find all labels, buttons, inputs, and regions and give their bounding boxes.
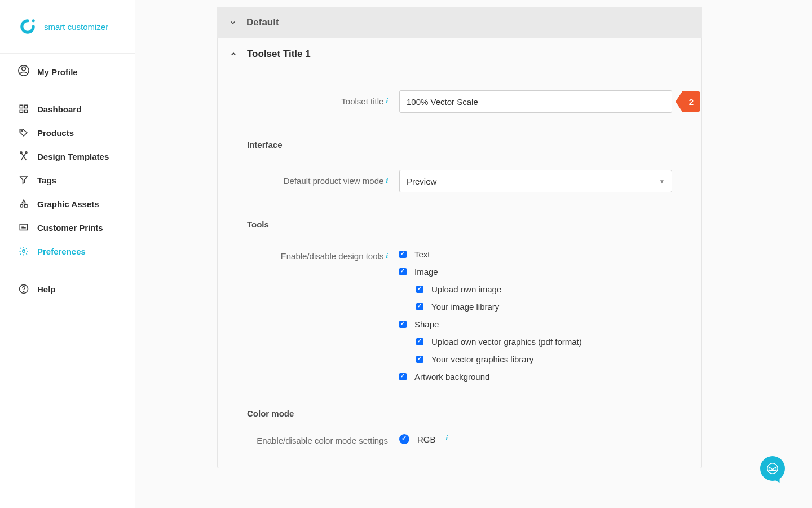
checkbox-label: Image [414,267,438,277]
svg-point-15 [23,291,24,292]
info-icon[interactable]: i [386,97,388,105]
help-icon [18,284,29,294]
sidebar-item-help[interactable]: Help [0,277,135,301]
sidebar: smart customizer My Profile Dashboard Pr… [0,0,135,508]
checkbox-upload-own-image[interactable]: Upload own image [416,284,672,294]
shapes-icon [18,199,29,209]
checkbox-label: Your vector graphics library [431,354,533,364]
info-icon[interactable]: i [386,176,388,185]
row-toolset-title: Toolset titlei 2 [247,90,672,113]
chevron-up-icon [229,50,238,59]
panel-default-title: Default [246,17,279,28]
label-design-tools: Enable/disable design toolsi [247,249,399,382]
label-text: Toolset title [341,97,383,106]
filter-icon [18,175,29,185]
design-tools-list: Text Image Upload own image Your image l… [399,249,672,382]
checkbox-icon[interactable] [399,373,407,380]
section-interface: Interface [247,140,672,150]
checkbox-icon[interactable] [416,286,423,293]
row-color-mode: Enable/disable color mode settings RGB i [247,434,672,445]
checkbox-label: Upload own vector graphics (pdf format) [431,337,582,347]
chevron-down-icon [228,18,237,27]
sidebar-item-label: Tags [37,176,56,185]
label-view-mode: Default product view modei [247,176,399,186]
svg-rect-3 [20,105,23,108]
main-content: Default Toolset Title 1 Toolset titlei [135,0,812,508]
sidebar-nav: Dashboard Products Design Templates Tags… [0,90,135,270]
sidebar-item-label: Design Templates [37,152,109,161]
sidebar-item-tags[interactable]: Tags [0,168,135,192]
checkbox-icon[interactable] [399,251,407,258]
checkbox-image-library[interactable]: Your image library [416,302,672,312]
panel-toolset: Toolset Title 1 Toolset titlei 2 [217,38,702,468]
checkbox-icon[interactable] [399,268,407,275]
sidebar-item-label: Preferences [37,247,86,256]
gear-icon [18,246,29,256]
svg-rect-12 [20,224,28,230]
brand-logo[interactable]: smart customizer [0,0,135,54]
sidebar-item-label: Help [37,284,56,294]
checkbox-icon[interactable] [416,338,423,345]
checkbox-icon[interactable] [399,321,407,328]
color-mode-rgb[interactable]: RGB i [399,434,672,444]
toolset-title-input[interactable] [399,90,672,113]
sidebar-profile[interactable]: My Profile [0,54,135,90]
checkbox-label: Your image library [431,302,499,312]
profile-label: My Profile [37,67,78,77]
sidebar-item-dashboard[interactable]: Dashboard [0,97,135,121]
sidebar-item-customer-prints[interactable]: Customer Prints [0,216,135,239]
tools-crossed-icon [18,151,29,161]
svg-point-10 [20,205,23,208]
checkbox-label: Shape [414,319,439,329]
prints-icon [18,222,29,233]
mail-icon [766,462,779,475]
checkbox-shape[interactable]: Shape [399,319,672,329]
checkbox-icon[interactable] [416,356,423,363]
svg-point-13 [23,250,25,253]
brand-name: smart customizer [44,22,108,32]
svg-rect-4 [25,105,28,108]
checkbox-label: Text [414,249,430,259]
svg-rect-5 [20,110,23,113]
sidebar-item-graphic-assets[interactable]: Graphic Assets [0,192,135,216]
checkbox-vector-library[interactable]: Your vector graphics library [416,354,672,364]
step-badge: 2 [676,91,700,112]
sidebar-item-label: Dashboard [37,104,81,114]
panel-toolset-header[interactable]: Toolset Title 1 [218,38,701,70]
brand-icon [18,17,37,36]
sidebar-item-products[interactable]: Products [0,121,135,144]
sidebar-item-design-templates[interactable]: Design Templates [0,144,135,168]
panel-toolset-title: Toolset Title 1 [247,49,311,60]
step-badge-number: 2 [682,91,700,112]
select-value: Preview [407,177,436,186]
label-text: Default product view mode [284,176,384,186]
info-icon[interactable]: i [446,433,448,443]
label-text: Enable/disable design tools [281,251,384,261]
section-tools: Tools [247,220,672,229]
dashboard-icon [18,104,29,114]
section-color-mode: Color mode [247,409,672,418]
sidebar-item-label: Products [37,128,74,138]
caret-down-icon: ▼ [659,178,665,185]
toggle-icon[interactable] [399,434,409,444]
checkbox-artwork-background[interactable]: Artwork background [399,372,672,382]
sidebar-item-label: Customer Prints [37,223,103,233]
chat-fab[interactable] [760,456,785,481]
sidebar-item-label: Graphic Assets [37,199,99,209]
info-icon[interactable]: i [386,251,388,260]
checkbox-image[interactable]: Image [399,267,672,277]
svg-point-1 [22,67,26,71]
panel-default[interactable]: Default [217,7,702,38]
option-label: RGB [417,435,436,444]
sidebar-item-preferences[interactable]: Preferences [0,239,135,263]
checkbox-icon[interactable] [416,303,423,310]
checkbox-text[interactable]: Text [399,249,672,259]
checkbox-upload-vector[interactable]: Upload own vector graphics (pdf format) [416,337,672,347]
svg-rect-6 [25,110,28,113]
label-text: Enable/disable color mode settings [257,436,388,445]
view-mode-select[interactable]: Preview ▼ [399,170,672,192]
svg-point-0 [32,19,35,22]
checkbox-label: Upload own image [431,284,501,294]
tag-icon [18,128,29,138]
row-view-mode: Default product view modei Preview ▼ [247,170,672,192]
